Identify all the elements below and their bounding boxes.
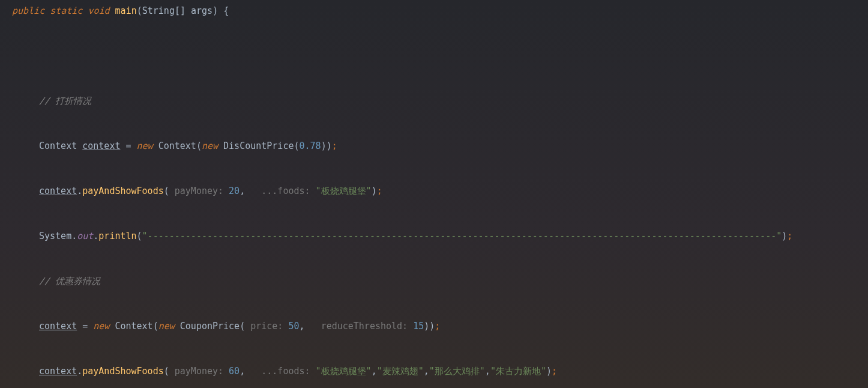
ctor-couponprice: CouponPrice xyxy=(180,321,240,332)
string-literal: "那么大鸡排" xyxy=(429,366,485,377)
var-context: context xyxy=(39,321,77,332)
string-literal: "板烧鸡腿堡" xyxy=(316,186,372,196)
number-literal: 60 xyxy=(229,366,240,377)
param-hint: ...foods: xyxy=(261,366,310,377)
method-println: println xyxy=(98,231,136,241)
brace: { xyxy=(223,5,229,16)
paren: ) xyxy=(212,5,223,16)
number-literal: 20 xyxy=(229,186,240,196)
number-literal: 0.78 xyxy=(300,141,321,151)
keyword-new: new xyxy=(158,321,175,332)
paren: ) xyxy=(782,231,787,241)
number-literal: 50 xyxy=(288,321,299,332)
keyword-new: new xyxy=(137,141,153,151)
type-context: Context xyxy=(39,141,77,151)
param-hint: payMoney: xyxy=(175,366,223,377)
class-system: System xyxy=(39,231,71,241)
dot: . xyxy=(71,231,77,241)
comma: , xyxy=(372,366,377,377)
paren: ( xyxy=(137,5,142,16)
keyword-public: public xyxy=(12,5,44,16)
comma: , xyxy=(240,366,261,377)
paren: )) xyxy=(321,141,332,151)
comma: , xyxy=(240,186,261,196)
param-hint: payMoney: xyxy=(175,186,223,196)
param-hint: ...foods: xyxy=(261,186,310,196)
comment: // 优惠券情况 xyxy=(39,276,100,286)
code-block[interactable]: public static void main(String[] args) {… xyxy=(12,0,868,388)
var-context: context xyxy=(39,366,77,377)
method-payandshowfoods: payAndShowFoods xyxy=(82,366,163,377)
code-line[interactable]: public static void main(String[] args) { xyxy=(12,0,868,23)
number-literal: 15 xyxy=(413,321,424,332)
keyword-new: new xyxy=(202,141,218,151)
semicolon: ; xyxy=(552,366,557,377)
type-string-array: String xyxy=(142,5,175,16)
semicolon: ; xyxy=(435,321,440,332)
param-hint: reduceThreshold: xyxy=(321,321,408,332)
op-assign: = xyxy=(82,321,88,332)
method-payandshowfoods: payAndShowFoods xyxy=(82,186,163,196)
paren: ( xyxy=(137,231,142,241)
keyword-static: static xyxy=(50,5,82,16)
brackets: [] xyxy=(175,5,191,16)
var-context: context xyxy=(82,141,120,151)
paren: ( xyxy=(294,141,299,151)
code-line[interactable]: context = new Context(new CouponPrice( p… xyxy=(12,315,868,338)
ctor-context: Context xyxy=(158,141,196,151)
ctor-context: Context xyxy=(115,321,152,332)
paren: ( xyxy=(164,186,175,196)
comment: // 打折情况 xyxy=(39,95,91,106)
comma: , xyxy=(485,366,490,377)
paren: ( xyxy=(196,141,202,151)
paren: ( xyxy=(240,321,250,332)
string-literal: "---------------------------------------… xyxy=(142,231,782,241)
semicolon: ; xyxy=(377,186,382,196)
code-line[interactable]: // 打折情况 xyxy=(12,90,868,113)
code-line[interactable]: context.payAndShowFoods( payMoney: 20, .… xyxy=(12,180,868,203)
method-main: main xyxy=(115,5,137,16)
semicolon: ; xyxy=(332,141,337,151)
code-editor[interactable]: public static void main(String[] args) {… xyxy=(0,0,868,388)
string-literal: "麦辣鸡翅" xyxy=(377,366,424,377)
keyword-void: void xyxy=(88,5,109,16)
paren: ) xyxy=(546,366,552,377)
param-args: args xyxy=(191,5,212,16)
dot: . xyxy=(77,366,82,377)
dot: . xyxy=(93,231,98,241)
paren: ( xyxy=(164,366,175,377)
blank-line[interactable] xyxy=(12,45,868,68)
paren: )) xyxy=(424,321,435,332)
dot: . xyxy=(77,186,82,196)
ctor-discountprice: DisCountPrice xyxy=(223,141,294,151)
comma: , xyxy=(424,366,429,377)
code-line[interactable]: // 优惠券情况 xyxy=(12,270,868,293)
code-line[interactable]: System.out.println("--------------------… xyxy=(12,225,868,248)
comma: , xyxy=(300,321,321,332)
semicolon: ; xyxy=(787,231,792,241)
paren: ( xyxy=(153,321,158,332)
string-literal: "朱古力新地" xyxy=(490,366,546,377)
code-line[interactable]: Context context = new Context(new DisCou… xyxy=(12,135,868,158)
param-hint: price: xyxy=(250,321,283,332)
paren: ) xyxy=(372,186,377,196)
op-assign: = xyxy=(126,141,131,151)
string-literal: "板烧鸡腿堡" xyxy=(316,366,372,377)
field-out: out xyxy=(77,231,93,241)
code-line[interactable]: context.payAndShowFoods( payMoney: 60, .… xyxy=(12,360,868,383)
var-context: context xyxy=(39,186,77,196)
keyword-new: new xyxy=(93,321,109,332)
